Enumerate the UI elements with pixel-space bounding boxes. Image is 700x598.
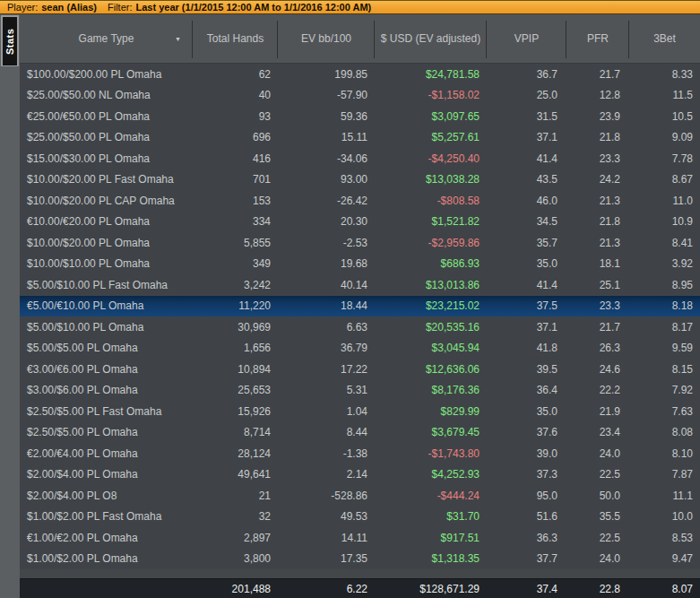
- table-row[interactable]: $10.00/$20.00 PL Fast Omaha 701 93.00 $1…: [20, 169, 700, 191]
- left-gutter: Stats: [0, 14, 20, 598]
- table-header: Game Type ▼ Total Hands EV bb/100 $ USD …: [20, 14, 700, 64]
- table-row[interactable]: $100.00/$200.00 PL Omaha 62 199.85 $24,7…: [20, 64, 700, 85]
- vpip-cell: 41.8: [487, 342, 566, 354]
- chevron-down-icon[interactable]: ▼: [175, 32, 181, 46]
- usd-ev-adjusted-cell: -$808.58: [375, 195, 487, 207]
- table-row[interactable]: €3.00/€6.00 PL Omaha 10,894 17.22 $12,63…: [20, 359, 700, 380]
- filter-label: Filter:: [108, 1, 133, 13]
- game-type-cell: €25.00/€50.00 PL Omaha: [20, 110, 193, 123]
- game-type-cell: $10.00/$10.00 PL Omaha: [20, 257, 193, 270]
- pfr-cell: 50.0: [566, 490, 629, 502]
- totals-3bet: 8.07: [629, 583, 700, 595]
- pfr-cell: 24.0: [566, 552, 629, 565]
- total-hands-cell: 3,800: [193, 552, 278, 565]
- ev-bb100-cell: -2.53: [278, 237, 375, 249]
- ev-bb100-cell: -34.06: [278, 152, 375, 165]
- 3bet-cell: 8.08: [629, 426, 700, 438]
- game-type-cell: €2.00/€4.00 PL Omaha: [20, 447, 193, 460]
- table-row[interactable]: $1.00/$2.00 PL Omaha 3,800 17.35 $1,318.…: [20, 549, 700, 570]
- pfr-cell: 23.4: [566, 426, 629, 438]
- vpip-cell: 37.5: [487, 299, 566, 312]
- 3bet-cell: 8.17: [629, 321, 700, 334]
- filter-bar: Player: sean (Alias) Filter: Last year (…: [0, 0, 700, 14]
- vpip-cell: 36.7: [487, 68, 566, 81]
- vpip-cell: 34.5: [487, 215, 566, 228]
- table-row[interactable]: $25.00/$50.00 NL Omaha 40 -57.90 -$1,158…: [20, 85, 700, 107]
- table-row[interactable]: €2.00/€4.00 PL Omaha 28,124 -1.38 -$1,74…: [20, 443, 700, 464]
- table-row[interactable]: €1.00/€2.00 PL Omaha 2,897 14.11 $917.51…: [20, 527, 700, 549]
- table-row[interactable]: $2.00/$4.00 PL Omaha 49,641 2.14 $4,252.…: [20, 464, 700, 486]
- vpip-cell: 36.4: [487, 384, 566, 396]
- total-hands-cell: 40: [193, 89, 278, 101]
- ev-bb100-cell: 18.44: [278, 299, 375, 312]
- 3bet-cell: 8.95: [629, 279, 700, 291]
- usd-ev-adjusted-cell: $686.93: [375, 257, 487, 270]
- usd-ev-adjusted-cell: $1,521.82: [375, 215, 487, 228]
- table-row[interactable]: $10.00/$20.00 PL Omaha 5,855 -2.53 -$2,9…: [20, 232, 700, 254]
- table-row[interactable]: $10.00/$10.00 PL Omaha 349 19.68 $686.93…: [20, 254, 700, 275]
- ev-bb100-cell: -528.86: [278, 490, 375, 502]
- column-header-pfr[interactable]: PFR: [566, 14, 629, 63]
- column-header-usd-ev-adjusted[interactable]: $ USD (EV adjusted): [375, 14, 487, 63]
- column-header-game-type-label: Game Type: [79, 32, 134, 46]
- ev-bb100-cell: 40.14: [278, 279, 375, 291]
- vpip-cell: 37.6: [487, 426, 566, 438]
- game-type-cell: $15.00/$30.00 PL Omaha: [20, 152, 193, 165]
- tab-stats[interactable]: Stats: [1, 15, 19, 66]
- ev-bb100-cell: -57.90: [278, 89, 375, 101]
- pfr-cell: 21.9: [566, 405, 629, 418]
- table-row[interactable]: $5.00/$10.00 PL Fast Omaha 3,242 40.14 $…: [20, 274, 700, 296]
- 3bet-cell: 10.9: [629, 215, 700, 228]
- game-type-cell: $10.00/$20.00 PL CAP Omaha: [20, 195, 193, 207]
- totals-vpip: 37.4: [487, 583, 566, 595]
- ev-bb100-cell: 93.00: [278, 173, 375, 186]
- 3bet-cell: 11.5: [629, 89, 700, 101]
- vpip-cell: 41.4: [487, 279, 566, 291]
- 3bet-cell: 8.18: [629, 299, 700, 312]
- pfr-cell: 35.5: [566, 510, 629, 523]
- game-type-cell: €3.00/€6.00 PL Omaha: [20, 363, 193, 376]
- column-header-3bet[interactable]: 3Bet: [629, 14, 700, 63]
- column-header-ev-bb100[interactable]: EV bb/100: [278, 14, 375, 63]
- ev-bb100-cell: -26.42: [278, 195, 375, 207]
- table-row[interactable]: $2.50/$5.00 PL Omaha 8,714 8.44 $3,679.4…: [20, 422, 700, 444]
- table-row[interactable]: €5.00/€10.00 PL Omaha 11,220 18.44 $23,2…: [20, 296, 700, 317]
- total-hands-cell: 28,124: [193, 447, 278, 460]
- pfr-cell: 24.2: [566, 173, 629, 186]
- usd-ev-adjusted-cell: $3,679.45: [375, 426, 487, 438]
- table-row[interactable]: €25.00/€50.00 PL Omaha 93 59.36 $3,097.6…: [20, 106, 700, 127]
- pfr-cell: 22.5: [566, 468, 629, 481]
- total-hands-cell: 5,855: [193, 237, 278, 249]
- game-type-cell: €10.00/€20.00 PL Omaha: [20, 215, 193, 228]
- table-row[interactable]: $15.00/$30.00 PL Omaha 416 -34.06 -$4,25…: [20, 148, 700, 169]
- total-hands-cell: 696: [193, 131, 278, 143]
- totals-pfr: 22.8: [566, 583, 629, 595]
- vpip-cell: 36.3: [487, 532, 566, 544]
- table-row[interactable]: $5.00/$10.00 PL Omaha 30,969 6.63 $20,53…: [20, 316, 700, 338]
- table-row[interactable]: €10.00/€20.00 PL Omaha 334 20.30 $1,521.…: [20, 212, 700, 233]
- table-row[interactable]: $10.00/$20.00 PL CAP Omaha 153 -26.42 -$…: [20, 190, 700, 212]
- column-header-game-type[interactable]: Game Type ▼: [20, 14, 193, 63]
- game-type-cell: $5.00/$10.00 PL Fast Omaha: [20, 279, 193, 291]
- vpip-cell: 35.0: [487, 405, 566, 418]
- usd-ev-adjusted-cell: $3,045.94: [375, 342, 487, 354]
- vpip-cell: 51.6: [487, 510, 566, 523]
- player-label: Player:: [7, 1, 38, 13]
- table-row[interactable]: $3.00/$6.00 PL Omaha 25,653 5.31 $8,176.…: [20, 380, 700, 402]
- total-hands-cell: 416: [193, 152, 278, 165]
- table-row[interactable]: $25.00/$50.00 PL Omaha 696 15.11 $5,257.…: [20, 127, 700, 149]
- usd-ev-adjusted-cell: $20,535.16: [375, 321, 487, 334]
- table-row[interactable]: $2.50/$5.00 PL Fast Omaha 15,926 1.04 $8…: [20, 401, 700, 422]
- column-header-total-hands[interactable]: Total Hands: [193, 14, 278, 63]
- usd-ev-adjusted-cell: -$444.24: [375, 490, 487, 502]
- table-row[interactable]: $5.00/$5.00 PL Omaha 1,656 36.79 $3,045.…: [20, 338, 700, 360]
- usd-ev-adjusted-cell: $1,318.35: [375, 552, 487, 565]
- pfr-cell: 21.7: [566, 321, 629, 334]
- table-row[interactable]: $1.00/$2.00 PL Fast Omaha 32 49.53 $31.7…: [20, 507, 700, 528]
- column-header-vpip[interactable]: VPIP: [487, 14, 566, 63]
- table-row[interactable]: $2.00/$4.00 PL O8 21 -528.86 -$444.24 95…: [20, 485, 700, 507]
- 3bet-cell: 8.41: [629, 237, 700, 249]
- 3bet-cell: 7.87: [629, 468, 700, 481]
- vpip-cell: 41.4: [487, 152, 566, 165]
- 3bet-cell: 11.0: [629, 195, 700, 207]
